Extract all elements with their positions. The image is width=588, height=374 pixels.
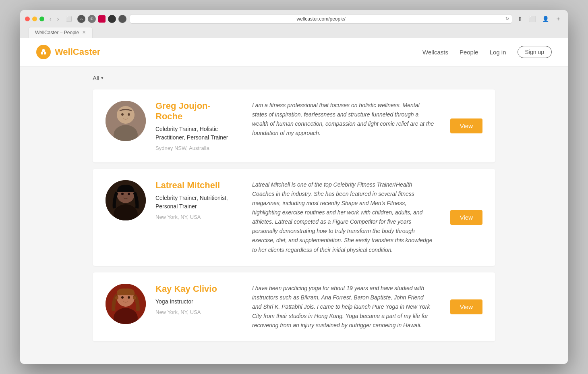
logo-area[interactable]: WellCaster: [36, 45, 100, 59]
share-button[interactable]: ⬆: [516, 15, 524, 23]
avatar-greg: [106, 101, 146, 141]
page-content: WellCaster Wellcasts People Log in Sign …: [20, 38, 568, 364]
reload-icon[interactable]: ↻: [505, 16, 509, 21]
sidebar-toggle-button[interactable]: ⬜: [64, 15, 74, 23]
back-button[interactable]: ‹: [48, 15, 54, 23]
svg-point-2: [44, 52, 46, 54]
plugin-icons: A ①: [77, 15, 126, 23]
logo-svg: [39, 48, 48, 56]
tab-overview-button[interactable]: ⬜: [527, 15, 538, 23]
plugin-icon-pocket[interactable]: [98, 15, 106, 23]
nav-people[interactable]: People: [460, 49, 478, 56]
svg-point-4: [117, 106, 135, 124]
svg-point-21: [133, 296, 136, 299]
people-list: Greg Joujon-Roche Celebrity Trainer, Hol…: [93, 89, 495, 341]
person-bio-kaykay: I have been practicing yoga for about 19…: [246, 284, 441, 330]
person-info-greg: Greg Joujon-Roche Celebrity Trainer, Hol…: [155, 101, 236, 151]
main-content: All ▾: [81, 66, 507, 364]
plugin-icon-a[interactable]: A: [77, 15, 85, 23]
browser-chrome: ‹ › ⬜ A ① 🔒 wellcaster.com/people/ ↻ ⬆: [20, 10, 568, 38]
forward-button[interactable]: ›: [55, 15, 61, 23]
address-bar-container: 🔒 wellcaster.com/people/ ↻: [130, 14, 512, 24]
filter-all-button[interactable]: All ▾: [93, 75, 104, 81]
traffic-lights: [25, 17, 44, 21]
person-name-kaykay[interactable]: Kay Kay Clivio: [155, 284, 236, 294]
avatar-kaykay: [106, 284, 146, 324]
filter-row: All ▾: [93, 75, 495, 81]
person-roles-kaykay: Yoga Instructor: [155, 297, 236, 306]
tab-close-icon[interactable]: ✕: [82, 30, 86, 35]
site-header: WellCaster Wellcasts People Log in Sign …: [20, 38, 568, 66]
avatar-greg-svg: [106, 101, 146, 141]
avatar-kaykay-svg: [106, 284, 146, 324]
filter-label: All: [93, 75, 99, 81]
person-roles-greg: Celebrity Trainer, Holistic Practitioner…: [155, 125, 236, 142]
avatar-latreal-svg: [106, 180, 146, 220]
signup-button[interactable]: Sign up: [518, 46, 552, 58]
svg-point-16: [121, 296, 124, 299]
browser-tabs: WellCaster – People ✕: [25, 27, 563, 38]
plugin-icon-b[interactable]: [118, 15, 126, 23]
person-bio-latreal: Latreal Mitchell is one of the top Celeb…: [246, 180, 441, 255]
logo-icon: [36, 45, 51, 59]
add-tab-button[interactable]: ＋: [553, 15, 563, 23]
person-location-kaykay: New York, NY, USA: [155, 309, 236, 315]
plugin-icon-dark[interactable]: [108, 15, 116, 23]
nav-login[interactable]: Log in: [490, 49, 506, 56]
svg-point-19: [115, 296, 118, 299]
logo-text: WellCaster: [55, 47, 100, 57]
active-tab[interactable]: WellCaster – People ✕: [28, 27, 93, 38]
view-button-latreal[interactable]: View: [450, 210, 482, 225]
svg-point-11: [121, 193, 124, 195]
svg-point-7: [128, 113, 130, 116]
close-traffic-light[interactable]: [25, 17, 30, 21]
view-button-kaykay[interactable]: View: [450, 299, 482, 314]
profile-button[interactable]: 👤: [540, 15, 551, 23]
site-nav: Wellcasts People Log in Sign up: [422, 46, 552, 58]
person-info-kaykay: Kay Kay Clivio Yoga Instructor New York,…: [155, 284, 236, 315]
minimize-traffic-light[interactable]: [32, 17, 37, 21]
person-card-latreal: Latreal Mitchell Celebrity Trainer, Nutr…: [93, 169, 495, 266]
person-name-latreal[interactable]: Latreal Mitchell: [155, 180, 236, 191]
person-card-kaykay: Kay Kay Clivio Yoga Instructor New York,…: [93, 272, 495, 341]
browser-nav-buttons: ‹ ›: [48, 15, 61, 23]
person-name-greg[interactable]: Greg Joujon-Roche: [155, 101, 236, 122]
chevron-down-icon: ▾: [101, 75, 104, 81]
svg-point-0: [42, 49, 45, 52]
browser-toolbar: ‹ › ⬜ A ① 🔒 wellcaster.com/people/ ↻ ⬆: [25, 14, 563, 27]
plugin-icon-1[interactable]: ①: [88, 15, 96, 23]
person-roles-latreal: Celebrity Trainer, Nutritionist, Persona…: [155, 194, 236, 211]
svg-point-20: [130, 292, 133, 295]
person-card-greg: Greg Joujon-Roche Celebrity Trainer, Hol…: [93, 89, 495, 162]
tab-title: WellCaster – People: [35, 30, 79, 35]
svg-point-17: [128, 296, 130, 299]
svg-point-6: [121, 113, 124, 116]
person-location-latreal: New York, NY, USA: [155, 214, 236, 220]
person-location-greg: Sydney NSW, Australia: [155, 145, 236, 151]
avatar-latreal: [106, 180, 146, 220]
svg-point-18: [118, 292, 121, 295]
view-button-greg[interactable]: View: [450, 118, 482, 133]
svg-point-1: [41, 52, 43, 54]
toolbar-right: ⬆ ⬜ 👤 ＋: [516, 15, 563, 23]
svg-point-12: [128, 193, 130, 195]
address-bar[interactable]: wellcaster.com/people/: [130, 14, 512, 24]
person-info-latreal: Latreal Mitchell Celebrity Trainer, Nutr…: [155, 180, 236, 220]
fullscreen-traffic-light[interactable]: [39, 17, 44, 21]
nav-wellcasts[interactable]: Wellcasts: [422, 49, 448, 56]
person-bio-greg: I am a fitness professional that focuses…: [246, 101, 441, 138]
browser-window: ‹ › ⬜ A ① 🔒 wellcaster.com/people/ ↻ ⬆: [20, 10, 568, 364]
